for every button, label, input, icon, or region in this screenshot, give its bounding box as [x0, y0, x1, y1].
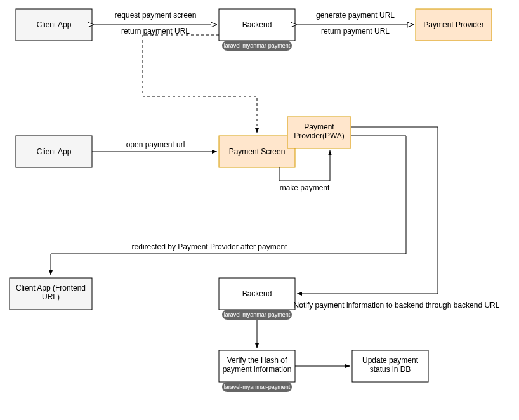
update-label-2: status in DB — [370, 365, 411, 374]
redirected-label: redirected by Payment Provider after pay… — [132, 242, 287, 251]
pill-1-label: laravel-myanmar-payment — [224, 43, 291, 49]
provider-pwa-label-2: Provider(PWA) — [294, 131, 345, 140]
ret-url1-label: return payment URL — [121, 27, 190, 36]
notify-label: Notify payment information to backend th… — [294, 301, 500, 310]
arrow-notify — [297, 127, 438, 294]
client-app-label-3a: Client App (Frontend — [16, 284, 86, 292]
provider-label-1: Payment Provider — [423, 20, 483, 29]
verify-label-1: Verify the Hash of — [227, 356, 287, 365]
req-screen-label: request payment screen — [115, 11, 197, 20]
make-payment-label: make payment — [280, 183, 330, 192]
backend-label-1: Backend — [242, 20, 272, 29]
client-app-label-1: Client App — [37, 20, 72, 29]
update-label-1: Update payment — [362, 356, 419, 365]
payment-screen-label: Payment Screen — [229, 147, 286, 156]
client-app-label-3b: URL) — [42, 292, 60, 301]
pill-2-label: laravel-myanmar-payment — [224, 312, 291, 318]
pill-3-label: laravel-myanmar-payment — [224, 384, 291, 390]
verify-label-2: payment information — [223, 365, 292, 374]
open-url-label: open payment url — [126, 140, 185, 149]
gen-url-label: generate payment URL — [316, 11, 395, 20]
provider-pwa-label-1: Payment — [304, 122, 334, 131]
ret-url2-label: return payment URL — [321, 27, 390, 36]
backend-label-2: Backend — [242, 289, 272, 298]
client-app-label-2: Client App — [37, 147, 72, 156]
